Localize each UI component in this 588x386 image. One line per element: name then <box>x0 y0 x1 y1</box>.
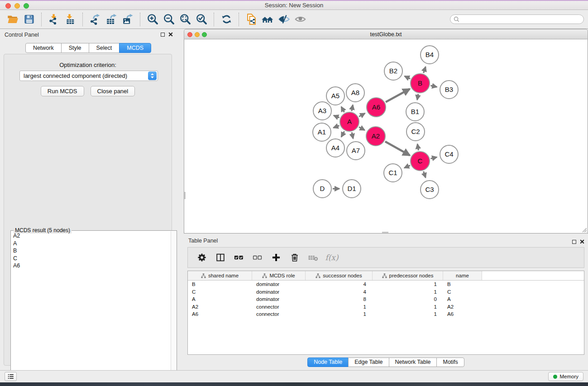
node-C3[interactable]: C3 <box>421 181 439 199</box>
node-B2[interactable]: B2 <box>384 62 402 80</box>
mcds-result-scrollbar[interactable] <box>171 231 176 386</box>
table-cell[interactable]: connector <box>252 311 306 317</box>
edge-A-A8[interactable] <box>352 105 353 111</box>
select-all-rows-button[interactable] <box>233 252 245 263</box>
node-A6[interactable]: A6 <box>367 98 386 117</box>
hide-graphics-details-button[interactable] <box>276 11 292 28</box>
tab-network[interactable]: Network <box>25 43 62 53</box>
node-B[interactable]: B <box>411 74 430 93</box>
node-B1[interactable]: B1 <box>406 103 424 121</box>
table-row[interactable]: A6connector11A6 <box>188 310 584 318</box>
edge-A-A6[interactable] <box>359 113 365 116</box>
tab-network-table[interactable]: Network Table <box>389 357 437 367</box>
tab-mcds[interactable]: MCDS <box>119 43 151 53</box>
show-graphics-details-button[interactable] <box>292 11 308 28</box>
table-cell[interactable]: 1 <box>306 311 373 317</box>
edge-C-C3[interactable] <box>424 172 426 178</box>
import-network-button[interactable] <box>46 11 62 28</box>
node-D[interactable]: D <box>313 180 331 198</box>
table-row[interactable]: Cdominator41C <box>188 288 584 296</box>
network-window-controls[interactable] <box>187 32 207 37</box>
memory-button[interactable]: Memory <box>548 372 583 381</box>
delete-column-button[interactable] <box>289 252 301 263</box>
maximize-network-window-button[interactable] <box>202 32 207 37</box>
edge-A-A3[interactable] <box>334 115 339 118</box>
tab-style[interactable]: Style <box>61 43 89 53</box>
table-cell[interactable]: 4 <box>306 281 373 287</box>
table-row[interactable]: Adominator80A <box>188 295 584 303</box>
tab-node-table[interactable]: Node Table <box>307 357 349 367</box>
result-item[interactable]: C <box>11 255 170 262</box>
node-D1[interactable]: D1 <box>343 180 361 198</box>
table-cell[interactable]: 1 <box>373 311 443 317</box>
edge-A2-C[interactable] <box>385 142 410 156</box>
node-table[interactable]: shared nameMCDS rolesuccessor nodesprede… <box>187 271 584 355</box>
open-session-button[interactable] <box>5 11 21 28</box>
network-graph[interactable]: AA1A2A3A4A5A6A7A8BB1B2B3B4CC1C2C3C4DD1 <box>184 39 588 233</box>
criterion-select[interactable]: largest connected component (directed) <box>19 71 158 81</box>
close-panel-button[interactable]: Close panel <box>91 86 135 96</box>
node-A[interactable]: A <box>340 112 359 131</box>
table-cell[interactable]: 1 <box>373 304 443 310</box>
node-C1[interactable]: C1 <box>384 164 402 182</box>
zoom-in-button[interactable] <box>144 11 161 28</box>
table-cell[interactable]: 8 <box>306 296 373 302</box>
table-cell[interactable]: A2 <box>443 304 482 310</box>
node-A3[interactable]: A3 <box>313 102 331 120</box>
zoom-selected-button[interactable] <box>193 11 210 28</box>
table-cell[interactable]: B <box>443 281 482 287</box>
table-cell[interactable]: C <box>188 289 252 295</box>
edge-B-B4[interactable] <box>424 67 426 73</box>
export-image-button[interactable] <box>120 11 136 28</box>
table-cell[interactable]: A6 <box>188 311 252 317</box>
table-cell[interactable]: A6 <box>443 311 482 317</box>
save-session-button[interactable] <box>21 11 37 28</box>
edge-B-B1[interactable] <box>417 94 418 100</box>
edge-A-A4[interactable] <box>341 131 344 137</box>
minimize-window-button[interactable] <box>14 3 20 9</box>
table-cell[interactable]: connector <box>252 304 306 310</box>
close-window-button[interactable] <box>5 3 11 9</box>
window-controls[interactable] <box>5 3 29 9</box>
column-header-shared-name[interactable]: shared name <box>188 271 252 280</box>
table-cell[interactable]: B <box>188 281 252 287</box>
node-C[interactable]: C <box>411 152 430 171</box>
node-A8[interactable]: A8 <box>346 84 364 102</box>
refresh-button[interactable] <box>218 11 234 28</box>
node-B3[interactable]: B3 <box>440 81 458 99</box>
maximize-window-button[interactable] <box>24 3 29 9</box>
network-canvas[interactable]: AA1A2A3A4A5A6A7A8BB1B2B3B4CC1C2C3C4DD1 <box>184 39 588 234</box>
run-mcds-button[interactable]: Run MCDS <box>41 86 84 96</box>
table-cell[interactable]: 1 <box>373 289 443 295</box>
result-item[interactable]: B <box>11 247 170 255</box>
task-history-button[interactable] <box>5 372 17 381</box>
tab-select[interactable]: Select <box>89 43 120 53</box>
table-settings-button[interactable] <box>196 252 208 263</box>
deselect-all-rows-button[interactable] <box>252 252 263 263</box>
node-B4[interactable]: B4 <box>421 46 439 64</box>
minimize-network-window-button[interactable] <box>195 32 200 37</box>
table-row[interactable]: Bdominator41B <box>188 281 584 288</box>
zoom-out-button[interactable] <box>161 11 177 28</box>
table-cell[interactable]: dominator <box>252 281 306 287</box>
node-C4[interactable]: C4 <box>440 145 458 163</box>
column-header-name[interactable]: name <box>443 271 482 280</box>
export-table-button[interactable] <box>103 11 120 28</box>
edge-B-B3[interactable] <box>430 86 437 87</box>
edge-C-C2[interactable] <box>417 144 418 150</box>
table-cell[interactable]: 1 <box>306 304 373 310</box>
edge-A-A7[interactable] <box>352 132 353 138</box>
table-cell[interactable]: C <box>443 289 482 295</box>
table-cell[interactable]: 1 <box>373 281 443 287</box>
tab-edge-table[interactable]: Edge Table <box>348 357 389 367</box>
home-button[interactable] <box>259 11 276 28</box>
resize-grip-icon[interactable] <box>581 226 587 233</box>
table-cell[interactable]: 0 <box>373 296 443 302</box>
import-table-button[interactable] <box>62 11 78 28</box>
table-cell[interactable]: dominator <box>252 296 306 302</box>
node-C2[interactable]: C2 <box>406 123 425 141</box>
column-header-predecessor-nodes[interactable]: predecessor nodes <box>373 271 443 280</box>
network-window-titlebar[interactable]: testGlobe.txt <box>184 29 588 39</box>
float-panel-icon[interactable] <box>161 33 165 37</box>
node-A1[interactable]: A1 <box>313 123 331 141</box>
